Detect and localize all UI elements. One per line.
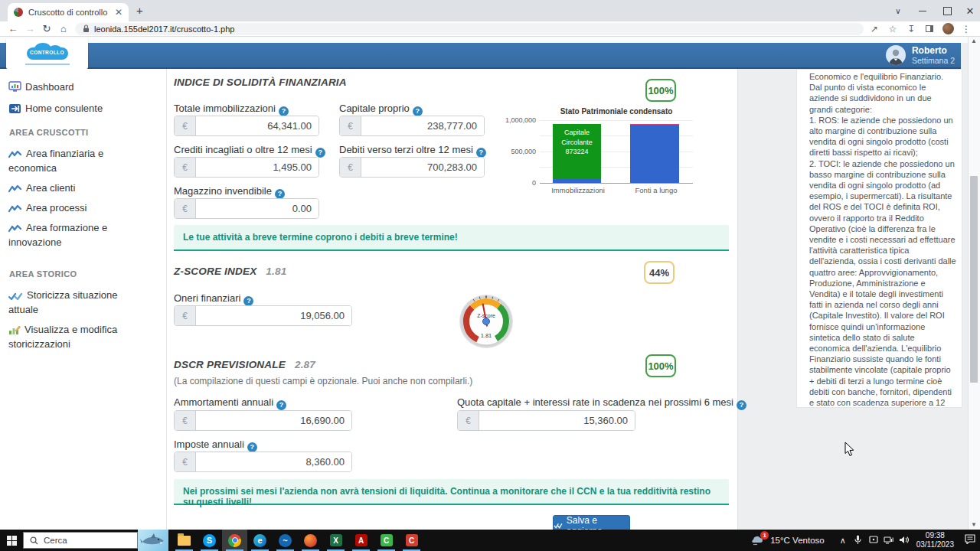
browser-toolbar: ← → ↻ ⌂ leonida.155del2017.it/cruscotto-… [0, 21, 980, 37]
reload-button[interactable]: ↻ [38, 23, 55, 34]
window-minimize-button[interactable] [911, 0, 934, 21]
window-maximize-button[interactable] [936, 0, 959, 21]
input-capitale-proprio: € [339, 116, 485, 136]
double-check-icon [8, 292, 23, 301]
search-placeholder: Cerca [44, 536, 67, 545]
taskbar-app-flame[interactable] [298, 530, 323, 551]
sidebar-item-area-clienti[interactable]: Area clienti [8, 181, 158, 195]
download-icon[interactable]: ↧ [902, 24, 920, 34]
scrollbar-thumb[interactable] [970, 176, 978, 383]
ammortamenti-input[interactable] [196, 411, 351, 430]
new-tab-button[interactable]: + [136, 5, 143, 16]
lock-icon [83, 24, 90, 33]
capitale-proprio-input[interactable] [361, 116, 484, 135]
chart-plot-area: CapitaleCircolante873224 [540, 120, 693, 184]
taskbar-app-chrome[interactable] [222, 530, 247, 551]
forward-button[interactable]: → [21, 23, 38, 34]
currency-addon: € [340, 116, 361, 135]
bar-segment-label: 873224 [553, 147, 601, 157]
field-label-oneri-finanziari: Oneri finanziari [174, 292, 253, 306]
sidebar-label: Area finanziaria e economica [8, 148, 103, 174]
side-panel-icon[interactable] [920, 25, 939, 32]
chart-pencil-icon [8, 324, 21, 335]
wave-icon [8, 184, 22, 194]
start-button[interactable] [0, 530, 23, 551]
browser-tab[interactable]: Cruscotto di controllo ✕ [8, 3, 129, 21]
taskbar-weather[interactable]: 1 15°C Ventoso [751, 535, 824, 546]
taskbar-clock[interactable]: 09:38 03/11/2023 [916, 531, 954, 549]
totale-immobilizzazioni-input[interactable] [196, 116, 318, 135]
taskbar-app-skype[interactable]: S [197, 530, 222, 551]
network-icon[interactable] [881, 536, 897, 546]
double-check-icon [554, 522, 563, 529]
sidebar-item-home-consulente[interactable]: Home consulente [8, 101, 158, 116]
taskbar-app-camtasia[interactable]: C [374, 530, 399, 551]
bookmark-star-icon[interactable]: ☆ [884, 24, 902, 34]
help-icon[interactable] [737, 400, 746, 410]
back-button[interactable]: ← [5, 23, 21, 34]
share-icon[interactable]: ↗ [865, 24, 884, 34]
red-c-app-icon: C [406, 534, 418, 546]
url-bar[interactable]: leonida.155del2017.it/cruscotto-1.php [75, 23, 864, 35]
sidebar-label: Storicizza situazione attuale [8, 289, 118, 315]
x-category-label: Immobilizzazioni [540, 186, 616, 194]
imposte-input[interactable] [196, 452, 351, 471]
taskbar-app-acrobat[interactable]: A [348, 530, 374, 551]
taskbar-app-wave[interactable]: ~ [273, 530, 298, 551]
crediti-incagliati-input[interactable] [196, 158, 318, 177]
oneri-finanziari-input[interactable] [196, 306, 351, 325]
sidebar-label: Dashboard [25, 81, 74, 93]
widgets-image[interactable] [138, 530, 168, 551]
sidebar-item-visualizza-storicizzazioni[interactable]: Visualizza e modifica storicizzazioni [8, 322, 148, 351]
dscr-badge: 100% [645, 354, 676, 377]
flame-app-icon [304, 534, 317, 547]
taskbar-app-c-red[interactable]: C [399, 530, 424, 551]
sidebar-item-area-finanziaria[interactable]: Area finanziaria e economica [8, 146, 148, 175]
zscore-value: 1.81 [266, 266, 286, 277]
tray-chevron-icon[interactable]: ∧ [835, 536, 851, 546]
sidebar-item-area-processi[interactable]: Area processi [8, 201, 158, 215]
app-logo[interactable]: CONTROLLO [6, 38, 88, 69]
cloud-logo-icon: CONTROLLO [24, 43, 71, 61]
info-paragraph: 2. TOCI: le aziende che possiedono un ba… [809, 158, 956, 408]
taskbar-app-excel[interactable]: X [323, 530, 348, 551]
tab-close-icon[interactable]: ✕ [115, 8, 122, 17]
browser-menu-icon[interactable]: ⋮ [957, 24, 975, 34]
taskbar-app-edge[interactable]: e [247, 530, 273, 551]
sidebar-label: Area processi [26, 202, 87, 214]
scrollbar-up-arrow[interactable]: ▲ [968, 37, 980, 46]
favicon [14, 8, 23, 17]
tab-search-chevron-icon[interactable]: ∨ [888, 0, 908, 21]
sidebar-label: Area formazione e innovazione [8, 222, 107, 248]
quota-capitale-input[interactable] [479, 411, 635, 430]
window-close-button[interactable]: ✕ [960, 0, 980, 21]
dashboard-icon [8, 81, 21, 93]
y-tick-label: 500,000 [501, 148, 536, 155]
input-totale-immobilizzazioni: € [174, 116, 319, 136]
sidebar-item-area-formazione[interactable]: Area formazione e innovazione [8, 220, 148, 249]
x-category-label: Fonti a lungo [618, 186, 694, 194]
taskbar-app-explorer[interactable] [172, 530, 197, 551]
sidebar-item-dashboard[interactable]: Dashboard [8, 80, 158, 94]
zscore-gauge: Z-score 1.81 [457, 292, 515, 350]
y-tick-label: 0 [501, 179, 536, 187]
field-label-imposte: Imposte annuali [174, 439, 257, 452]
sidebar-section-area-storico: AREA STORICO [9, 269, 158, 279]
user-block[interactable]: Roberto Settimana 2 [886, 44, 955, 66]
scrollbar-down-arrow[interactable]: ▼ [968, 520, 980, 530]
currency-addon: € [175, 306, 196, 325]
microphone-icon[interactable] [851, 535, 866, 546]
browser-profile-avatar[interactable] [939, 23, 957, 34]
device-icon[interactable] [866, 536, 881, 546]
taskbar-search[interactable]: Cerca [23, 532, 138, 549]
speaker-icon[interactable] [897, 536, 912, 546]
home-button[interactable]: ⌂ [55, 23, 72, 34]
acrobat-icon: A [355, 534, 368, 546]
sidebar-item-storicizza[interactable]: Storicizza situazione attuale [8, 288, 148, 317]
debiti-terzi-input[interactable] [361, 158, 484, 177]
field-label-crediti-incagliati: Crediti incagliati o oltre 12 mesi [174, 144, 325, 158]
action-center-icon[interactable] [960, 533, 980, 547]
input-debiti-terzi: € [339, 157, 485, 178]
magazzino-input[interactable] [196, 199, 318, 218]
help-icon[interactable] [276, 400, 286, 410]
